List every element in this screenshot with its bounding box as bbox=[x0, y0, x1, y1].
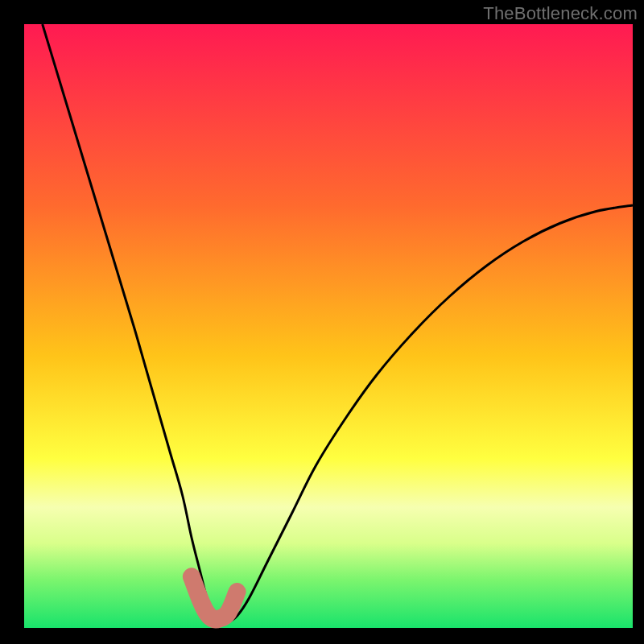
watermark-text: TheBottleneck.com bbox=[483, 3, 638, 24]
chart-frame: TheBottleneck.com bbox=[0, 0, 644, 644]
bottleneck-chart bbox=[0, 0, 644, 644]
plot-area bbox=[24, 24, 633, 628]
